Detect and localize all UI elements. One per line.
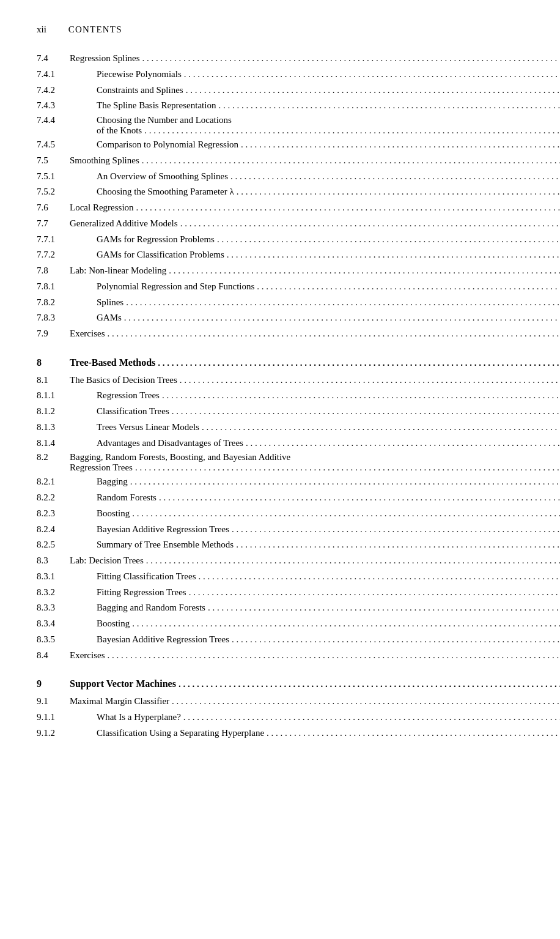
toc-entry: 8.3Lab: Decision Trees353 <box>37 554 523 568</box>
entry-num: 7.5.1 <box>37 170 97 184</box>
entry-title: Comparison to Polynomial Regression <box>97 138 560 152</box>
entry-title: GAMs <box>97 311 560 325</box>
toc-entry: 8.2.5Summary of Tree Ensemble Methods351 <box>37 538 523 552</box>
entry-title: Polynomial Regression and Step Functions <box>97 280 560 294</box>
toc-entry: 8.3.4Boosting359 <box>37 617 523 631</box>
toc-entry: 9.1.1What Is a Hyperplane?368 <box>37 711 523 724</box>
dots <box>180 217 560 231</box>
dots <box>217 233 560 247</box>
dots <box>257 280 560 294</box>
entry-title: Exercises <box>70 649 560 662</box>
toc-entry: 8.3.3Bagging and Random Forests357 <box>37 601 523 615</box>
dots <box>237 185 560 199</box>
dots <box>135 462 560 473</box>
dots <box>158 355 560 370</box>
dots <box>144 125 560 136</box>
entry-title: Piecewise Polynomials <box>97 68 560 81</box>
entry-num: 8.3.2 <box>37 586 97 599</box>
entry-num: 8.2.5 <box>37 538 97 552</box>
toc-entry: 7.8Lab: Non-linear Modeling311 <box>37 264 523 278</box>
chapter-num: 8 <box>37 355 70 369</box>
toc-entry: 7.5.2Choosing the Smoothing Parameter λ3… <box>37 185 523 199</box>
dots <box>107 327 560 341</box>
entry-title-line2: Regression Trees <box>70 462 560 473</box>
toc-entry: 8.1.1Regression Trees328 <box>37 389 523 403</box>
entry-num: 8.3.1 <box>37 570 97 584</box>
dots <box>189 586 560 599</box>
entry-num: 7.7.1 <box>37 233 97 247</box>
toc-chapter-entry: 8Tree-Based Methods327 <box>37 355 523 370</box>
entry-title: Classification Using a Separating Hyperp… <box>97 727 560 740</box>
entry-title: Boosting <box>97 507 560 521</box>
page-number-xii: xii <box>37 24 46 35</box>
toc-entry: 8.3.5Bayesian Additive Regression Trees3… <box>37 633 523 647</box>
entry-title: Regression Splines <box>70 52 560 65</box>
dots <box>146 554 560 568</box>
entry-title: Lab: Non-linear Modeling <box>70 264 560 278</box>
dots <box>130 475 560 489</box>
toc-entry: 8.2.1Bagging340 <box>37 475 523 489</box>
toc-multiline-entry: 8.2Bagging, Random Forests, Boosting, an… <box>37 452 523 473</box>
dots <box>232 523 560 536</box>
toc-entry: 7.8.2Splines317 <box>37 296 523 310</box>
toc-entry: 7.5Smoothing Splines301 <box>37 154 523 168</box>
entry-num: 7.8.2 <box>37 296 97 310</box>
entry-title-line1: Bagging, Random Forests, Boosting, and B… <box>70 452 290 462</box>
entry-title: Advantages and Disadvantages of Trees <box>97 437 560 450</box>
entry-title: Bagging <box>97 475 560 489</box>
entry-title: Lab: Decision Trees <box>70 554 560 568</box>
entry-num: 7.8.3 <box>37 311 97 325</box>
toc-entry: 7.4.3The Spline Basis Representation297 <box>37 99 523 113</box>
entry-num: 7.7 <box>37 217 70 231</box>
dots <box>186 84 560 97</box>
page-header: xii CONTENTS <box>37 24 523 35</box>
dots <box>227 248 560 262</box>
entry-title: The Spline Basis Representation <box>97 99 560 113</box>
entry-num: 7.4 <box>37 52 70 65</box>
entry-num: 7.4.1 <box>37 68 97 81</box>
entry-num: 9.1 <box>37 695 70 708</box>
entry-title: Constraints and Splines <box>97 84 560 97</box>
entry-num: 7.6 <box>37 201 70 215</box>
entry-title: Regression Trees <box>97 389 560 403</box>
dots <box>172 405 560 418</box>
dots <box>132 617 560 631</box>
toc-entry: 7.9Exercises321 <box>37 327 523 341</box>
toc-entry: 8.3.1Fitting Classification Trees353 <box>37 570 523 584</box>
toc-entry: 8.3.2Fitting Regression Trees356 <box>37 586 523 599</box>
toc-entry: 9.1.2Classification Using a Separating H… <box>37 727 523 740</box>
dots <box>184 68 560 81</box>
entry-title: GAMs for Regression Problems <box>97 233 560 247</box>
entry-title: Bayesian Additive Regression Trees <box>97 633 560 647</box>
entry-title: Classification Trees <box>97 405 560 418</box>
entry-num: 8.1.2 <box>37 405 97 418</box>
dots <box>183 711 560 724</box>
toc-entry: 8.4Exercises361 <box>37 649 523 662</box>
entry-title: Choosing the Smoothing Parameter λ <box>97 185 560 199</box>
entry-num: 8.1.3 <box>37 421 97 434</box>
dots <box>202 421 560 434</box>
dots <box>172 695 560 708</box>
entry-num: 8.3.4 <box>37 617 97 631</box>
dots <box>208 601 560 615</box>
dots <box>246 437 560 450</box>
toc-chapter-entry: 9Support Vector Machines367 <box>37 677 523 691</box>
dots <box>180 374 560 387</box>
entry-title: An Overview of Smoothing Splines <box>97 170 560 184</box>
entry-title: Generalized Additive Models <box>70 217 560 231</box>
entry-title: Smoothing Splines <box>70 154 560 168</box>
entry-title: Fitting Classification Trees <box>97 570 560 584</box>
entry-num: 7.8 <box>37 264 70 278</box>
toc-entry: 8.1.2Classification Trees335 <box>37 405 523 418</box>
entry-num: 8.2.1 <box>37 475 97 489</box>
entry-num: 8.2.3 <box>37 507 97 521</box>
entry-num: 7.4.5 <box>37 138 97 152</box>
toc-entry: 8.1The Basics of Decision Trees327 <box>37 374 523 387</box>
entry-num: 7.4.3 <box>37 99 97 113</box>
dots <box>159 491 560 505</box>
dots <box>132 507 560 521</box>
entry-num: 7.5 <box>37 154 70 168</box>
toc-entry: 7.4.2Constraints and Splines295 <box>37 84 523 97</box>
entry-num: 9.1.2 <box>37 727 97 740</box>
entry-num: 7.9 <box>37 327 70 341</box>
